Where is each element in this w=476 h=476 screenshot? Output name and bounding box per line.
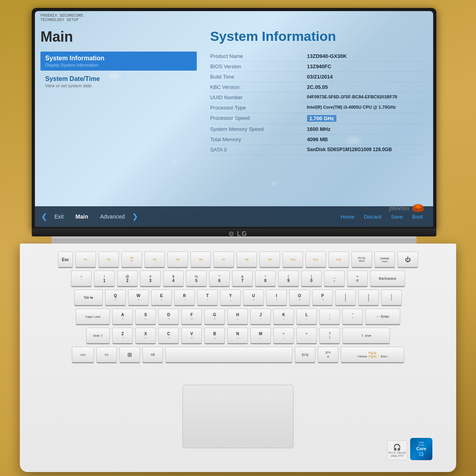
menu-item-datetime[interactable]: System Date/Time View or set system date… xyxy=(40,72,197,91)
key-2[interactable]: @2 xyxy=(117,271,138,287)
key-fn-bottom[interactable]: Fn xyxy=(96,347,117,363)
label-proc-type: Processor Type xyxy=(210,105,307,111)
key-i[interactable]: Iㅑ xyxy=(266,290,287,306)
key-ctrl[interactable]: Ctrl xyxy=(72,347,94,363)
key-b[interactable]: Bㅠ xyxy=(204,328,225,344)
key-n[interactable]: Nㅜ xyxy=(227,328,248,344)
key-enter[interactable]: ← Enter xyxy=(365,309,400,325)
key-capslock[interactable]: Caps Lock xyxy=(76,309,110,325)
key-f5[interactable]: F5 xyxy=(167,251,188,268)
phoenix-logo: phoenix xyxy=(389,202,425,214)
menu-item-desc-datetime: View or set system date. xyxy=(45,83,192,88)
key-z[interactable]: Zㅋ xyxy=(112,328,133,344)
phoenix-bird-icon xyxy=(411,202,425,214)
key-c[interactable]: Cㅊ xyxy=(158,328,179,344)
key-e[interactable]: Eㄷ xyxy=(151,290,172,306)
key-backspace[interactable]: Backspace xyxy=(370,271,405,287)
key-colon[interactable]: :; xyxy=(319,309,340,325)
key-alt[interactable]: Alt xyxy=(142,347,163,363)
headphone-sticker: 🎧 헤드셋 기술상담 1544-7777 xyxy=(387,440,407,460)
key-o[interactable]: Oㅐ xyxy=(289,290,310,306)
key-f6[interactable]: F6 xyxy=(190,251,211,268)
key-f2[interactable]: F2 xyxy=(98,251,119,268)
key-f7[interactable]: F7 xyxy=(213,251,234,268)
key-tilde[interactable]: ~` xyxy=(71,271,92,287)
key-5[interactable]: %5 xyxy=(186,271,207,287)
key-y[interactable]: Yㅛ xyxy=(220,290,241,306)
key-h[interactable]: Hㅗ xyxy=(227,309,248,325)
key-f10[interactable]: F10 xyxy=(282,251,303,268)
key-period[interactable]: >. xyxy=(296,328,317,344)
key-lbracket[interactable]: {[ xyxy=(335,290,356,306)
key-slash[interactable]: ?/ xyxy=(319,328,340,344)
key-q[interactable]: Qㅂ xyxy=(105,290,126,306)
key-comma[interactable]: <, xyxy=(273,328,294,344)
key-j[interactable]: Jㅓ xyxy=(250,309,271,325)
key-power[interactable]: ⏻ xyxy=(397,251,418,268)
key-a[interactable]: Aㅁ xyxy=(112,309,133,325)
key-shift-right[interactable]: ⇧ Shift xyxy=(342,328,390,344)
key-row-zxcv: Shift ⇧ Zㅋ Xㅌ Cㅊ Vㅍ Bㅠ Nㅜ Mㅡ <, >. ?/ ⇧ … xyxy=(40,328,436,344)
key-v[interactable]: Vㅍ xyxy=(181,328,202,344)
key-f3[interactable]: F3✦ xyxy=(121,251,142,268)
key-f11[interactable]: F11 xyxy=(305,251,326,268)
key-rbracket[interactable]: }] xyxy=(358,290,379,306)
key-4[interactable]: $4 xyxy=(163,271,184,287)
key-quote[interactable]: "' xyxy=(342,309,363,325)
key-prtsc[interactable]: Prt ScScrn xyxy=(351,251,372,268)
key-p[interactable]: Pㅔ xyxy=(312,290,333,306)
key-row-numbers: ~` !1 @2 #3 $4 %5 ^6 &7 *8 (9 )0 _- += B… xyxy=(40,271,436,287)
intel-core-text: Core xyxy=(416,446,426,451)
key-s[interactable]: Sㄴ xyxy=(135,309,156,325)
label-proc-speed: Processor Speed xyxy=(210,115,307,122)
key-minus[interactable]: _- xyxy=(324,271,345,287)
key-1[interactable]: !1 xyxy=(94,271,115,287)
key-korean-lang[interactable]: 한/영 xyxy=(295,347,315,363)
info-row-bios: BIOS Version 13Z940FC xyxy=(210,61,425,72)
bios-brand: PHOENIX SECURECORE xyxy=(40,13,83,18)
key-arr-cluster[interactable]: PgUp ‹ Home PgDn ˅ End › xyxy=(341,347,404,363)
key-0[interactable]: )0 xyxy=(301,271,322,287)
system-info-title: System Information xyxy=(210,29,425,44)
bios-left-panel: Main System Information Display System I… xyxy=(35,25,202,220)
key-tab[interactable]: Tab ⇆ xyxy=(74,290,103,306)
label-product: Product Name xyxy=(210,53,307,59)
key-pipe[interactable]: |\ xyxy=(381,290,402,306)
key-shift-left[interactable]: Shift ⇧ xyxy=(86,328,110,344)
key-spacebar[interactable] xyxy=(165,347,292,363)
key-k[interactable]: Kㅏ xyxy=(273,309,294,325)
key-x[interactable]: Xㅌ xyxy=(135,328,156,344)
value-sata: SanDisk SD6SP1M128G1009 128.0GB xyxy=(307,147,425,153)
key-r[interactable]: Rㄱ xyxy=(174,290,195,306)
info-row-mem-speed: System Memory Speed 1600 MHz xyxy=(210,124,425,134)
key-l[interactable]: Lㅣ xyxy=(296,309,317,325)
key-u[interactable]: Uㅕ xyxy=(243,290,264,306)
key-w[interactable]: Wㅈ xyxy=(128,290,149,306)
key-delete[interactable]: DeleteInsert xyxy=(374,251,395,268)
key-plus[interactable]: += xyxy=(347,271,368,287)
key-7[interactable]: &7 xyxy=(232,271,253,287)
key-9[interactable]: (9 xyxy=(278,271,299,287)
key-f8[interactable]: F8 xyxy=(236,251,257,268)
lg-circle: ⊙ xyxy=(228,230,234,237)
menu-item-system-info[interactable]: System Information Display System Inform… xyxy=(40,52,197,71)
label-mem-speed: System Memory Speed xyxy=(210,126,307,132)
key-f[interactable]: Fㄹ xyxy=(181,309,202,325)
value-proc-speed: 1.700 GHz xyxy=(307,115,425,122)
key-8[interactable]: *8 xyxy=(255,271,276,287)
key-windows[interactable]: ⊞ xyxy=(119,347,140,363)
key-3[interactable]: #3 xyxy=(140,271,161,287)
key-g[interactable]: Gㅎ xyxy=(204,309,225,325)
key-f1[interactable]: F1 xyxy=(75,251,96,268)
key-f9[interactable]: F9 xyxy=(259,251,280,268)
key-6[interactable]: ^6 xyxy=(209,271,230,287)
key-d[interactable]: Dㅇ xyxy=(158,309,179,325)
key-m[interactable]: Mㅡ xyxy=(250,328,271,344)
key-esc[interactable]: Esc xyxy=(58,251,73,268)
key-t[interactable]: Tㅅ xyxy=(197,290,218,306)
touchpad[interactable] xyxy=(182,385,294,448)
key-f4[interactable]: F4 xyxy=(144,251,165,268)
key-f12[interactable]: F12 xyxy=(328,251,349,268)
key-hanja[interactable]: 한자≡ xyxy=(318,347,338,363)
value-proc-type: Intel(R) Core(TM) i3-4005U CPU @ 1.70GHz xyxy=(307,105,425,111)
